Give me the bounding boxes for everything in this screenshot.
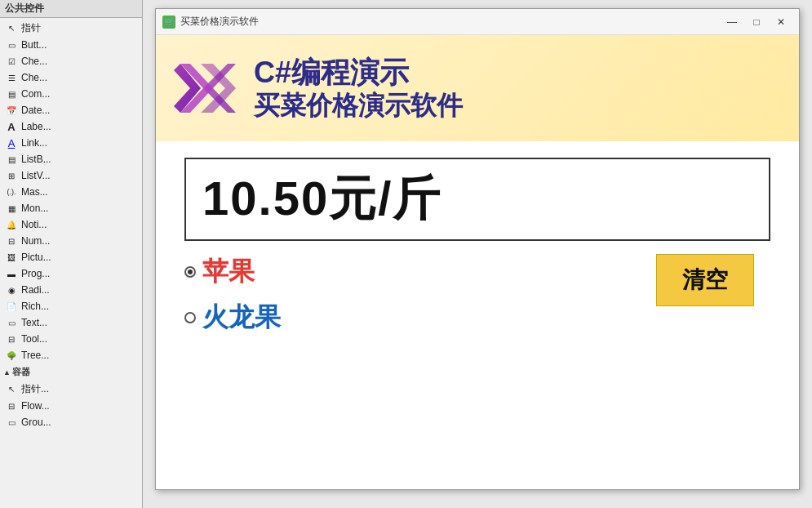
sidebar-item-2[interactable]: ☰ Che... [0,69,142,86]
sidebar-label-1: Che... [21,56,47,67]
sidebar-label-6: Link... [21,137,47,149]
window-titlebar: 🛒 买菜价格演示软件 — □ ✕ [156,9,799,35]
sidebar-header: 公共控件 [0,0,142,18]
window-app-icon: 🛒 [162,16,175,29]
sidebar-item-6[interactable]: A Link... [0,135,142,151]
sidebar-item-13[interactable]: 🖼 Pictu... [0,249,142,265]
main-area: 🛒 买菜价格演示软件 — □ ✕ [143,0,812,508]
group-icon: ▭ [5,416,18,429]
sidebar-label-9: Mas... [21,186,48,198]
textbox-icon: ▭ [5,316,18,329]
sidebar-item-15[interactable]: ◉ Radi... [0,282,142,298]
sidebar-label-13: Pictu... [21,252,51,263]
radio-dot-dragonfruit [184,312,196,323]
treeview-icon: 🌳 [5,349,18,362]
button-icon: ▭ [5,38,18,51]
numeric-icon: ⊟ [5,234,18,247]
window-title: 买菜价格演示软件 [180,15,259,29]
toolbar-icon: ⊟ [5,332,18,345]
sidebar-item-8[interactable]: ⊞ ListV... [0,167,142,184]
sidebar-flow-label: Flow... [21,400,50,412]
sidebar-item-19[interactable]: 🌳 Tree... [0,347,142,363]
notify-icon: 🔔 [5,218,18,231]
sidebar-group-label: Grou... [21,417,51,428]
sidebar-item-11[interactable]: 🔔 Noti... [0,216,142,233]
pointer-icon: ↖ [5,22,18,35]
content-area: 10.50元/斤 苹果 火龙果 清空 [156,141,799,489]
checklist-icon: ☰ [5,71,18,84]
picture-icon: 🖼 [5,251,18,264]
sidebar-items: ↖ 指针 ▭ Butt... ☑ Che... ☰ Che... ▤ Com..… [0,18,142,508]
sidebar-item-group[interactable]: ▭ Grou... [0,414,142,430]
sidebar-item-10[interactable]: ▦ Mon... [0,200,142,216]
maximize-button[interactable]: □ [745,14,768,30]
listbox-icon: ▤ [5,153,18,166]
clear-button[interactable]: 清空 [656,254,754,306]
month-icon: ▦ [5,202,18,215]
sidebar-pointer-label: 指针 [21,21,41,35]
sidebar-item-9[interactable]: (.). Mas... [0,184,142,200]
progress-icon: ▬ [5,267,18,280]
sidebar-label-14: Prog... [21,268,50,279]
checkbox-icon: ☑ [5,55,18,68]
radio-label-apple[interactable]: 苹果 [202,254,255,290]
banner-title2: 买菜价格演示软件 [254,91,463,120]
label-icon: A [5,120,18,133]
sidebar-label-0: Butt... [21,39,47,51]
sidebar-label-4: Date... [21,105,50,116]
sidebar-label-2: Che... [21,72,47,83]
sidebar-label-17: Text... [21,317,47,328]
sidebar-item-3[interactable]: ▤ Com... [0,86,142,102]
sidebar-item-16[interactable]: 📄 Rich... [0,298,142,314]
sidebar-label-16: Rich... [21,301,49,312]
window-title-left: 🛒 买菜价格演示软件 [162,15,259,29]
sidebar-label-19: Tree... [21,350,49,361]
sidebar-item-1[interactable]: ☑ Che... [0,53,142,69]
collapse-icon: ▲ [3,368,11,377]
vs-logo [172,56,237,121]
rich-icon: 📄 [5,300,18,313]
window-controls: — □ ✕ [721,14,792,30]
sidebar-section-container: ▲ 容器 [0,363,142,381]
sidebar: 公共控件 ↖ 指针 ▭ Butt... ☑ Che... ☰ Che... ▤ … [0,0,143,508]
sidebar-label-8: ListV... [21,170,51,181]
radio-clear-row: 苹果 火龙果 清空 [184,254,770,336]
sidebar-label-7: ListB... [21,154,51,165]
sidebar-item-0[interactable]: ▭ Butt... [0,37,142,53]
sidebar-item-12[interactable]: ⊟ Num... [0,233,142,249]
app-window: 🛒 买菜价格演示软件 — □ ✕ [155,8,800,490]
banner-text: C#编程演示 买菜价格演示软件 [254,56,463,121]
flow-icon: ⊟ [5,399,18,412]
sidebar-item-pointer[interactable]: ↖ 指针 [0,20,142,37]
sidebar-item-7[interactable]: ▤ ListB... [0,151,142,167]
price-box: 10.50元/斤 [184,158,770,241]
sidebar-label-10: Mon... [21,203,48,214]
sidebar-item-18[interactable]: ⊟ Tool... [0,331,142,347]
banner: C#编程演示 买菜价格演示软件 [156,35,799,141]
sidebar-label-3: Com... [21,88,50,100]
sidebar-label-5: Labe... [21,121,51,132]
sidebar-label-15: Radi... [21,284,50,296]
radio-label-dragonfruit[interactable]: 火龙果 [202,300,281,336]
sidebar-item-flow[interactable]: ⊟ Flow... [0,398,142,414]
sidebar-item-14[interactable]: ▬ Prog... [0,265,142,282]
minimize-button[interactable]: — [721,14,743,30]
sidebar-item-4[interactable]: 📅 Date... [0,102,142,118]
banner-title1: C#编程演示 [254,56,463,89]
mask-icon: (.). [5,185,18,198]
date-icon: 📅 [5,104,18,117]
close-button[interactable]: ✕ [770,14,792,30]
radio-dot-apple [184,266,196,278]
sidebar-item-5[interactable]: A Labe... [0,118,142,135]
listview-icon: ⊞ [5,169,18,182]
combo-icon: ▤ [5,87,18,100]
sidebar-item-17[interactable]: ▭ Text... [0,314,142,331]
radio-icon: ◉ [5,283,18,296]
link-icon: A [5,136,18,149]
ptr-icon: ↖ [5,383,18,396]
sidebar-label-12: Num... [21,235,50,247]
sidebar-item-ptr[interactable]: ↖ 指针... [0,381,142,398]
sidebar-header-label: 公共控件 [5,2,44,16]
sidebar-ptr-label: 指针... [21,382,49,396]
sidebar-label-11: Noti... [21,219,47,230]
